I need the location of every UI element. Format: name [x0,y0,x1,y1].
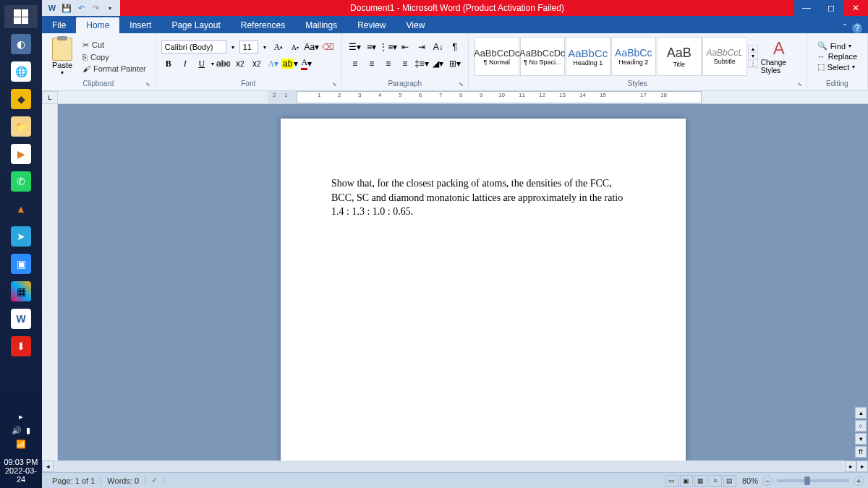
paste-button[interactable]: Paste ▾ [48,38,77,76]
scroll-right-icon[interactable]: ▸ [845,461,856,472]
taskbar-binance[interactable]: ◆ [4,87,38,111]
taskbar-word[interactable]: W [4,307,38,330]
replace-button[interactable]: ↔Replace [817,52,857,61]
style-title[interactable]: AaBTitle [657,37,702,76]
font-launcher[interactable]: ⬊ [332,81,337,87]
select-button[interactable]: ⬚Select▾ [817,62,857,72]
fullscreen-view[interactable]: ▣ [680,475,693,487]
maximize-button[interactable]: ◻ [819,0,843,16]
find-button[interactable]: 🔍Find▾ [817,41,857,51]
borders-button[interactable]: ⊞▾ [448,56,462,71]
tray[interactable]: ▸ [19,412,23,421]
taskbar-vlc[interactable]: ▲ [4,197,38,221]
minimize-ribbon-icon[interactable]: ˆ [843,23,846,33]
taskbar-app[interactable]: ▦ [4,280,38,303]
text-effects-button[interactable]: A▾ [266,56,281,71]
zoom-level[interactable]: 80% [742,476,758,485]
draft-view[interactable]: ▤ [723,475,736,487]
split-icon[interactable]: ▸ [856,461,868,472]
network-icon[interactable]: 📶 [16,440,26,449]
align-left-button[interactable]: ≡ [348,56,362,71]
clock-time[interactable]: 09:03 PM [1,458,41,466]
web-layout-view[interactable]: ▦ [694,475,707,487]
taskbar-chrome[interactable]: 🌐 [4,60,38,83]
page-indicator[interactable]: Page: 1 of 1 [46,476,101,485]
decrease-indent-button[interactable]: ⇤ [398,40,412,54]
scroll-up-icon[interactable]: ▴ [855,407,867,419]
grow-font-button[interactable]: A▴ [271,40,286,54]
bold-button[interactable]: B [161,56,176,71]
align-center-button[interactable]: ≡ [365,56,379,71]
style-normal[interactable]: AaBbCcDc¶ Normal [475,37,519,76]
browse-object-icon[interactable]: ○ [855,420,867,432]
tab-selector[interactable]: L [42,91,58,104]
justify-button[interactable]: ≡ [398,56,412,71]
change-styles-button[interactable]: A Change Styles [761,38,797,74]
page[interactable]: Show that, for the closest packing of at… [281,119,686,461]
superscript-button[interactable]: x2 [250,56,264,71]
clock-date[interactable]: 2022-03-24 [1,466,41,484]
paragraph-launcher[interactable]: ⬊ [459,81,464,87]
clipboard-launcher[interactable]: ⬊ [145,81,150,87]
horizontal-scrollbar[interactable]: ◂ ▸ ▸ [42,461,868,472]
style-heading2[interactable]: AaBbCcHeading 2 [611,37,656,76]
scroll-down-icon[interactable]: ▾ [855,433,867,445]
undo-icon[interactable]: ↶ [75,2,87,14]
tab-insert[interactable]: Insert [119,17,161,33]
battery-icon[interactable]: ▮ [26,426,30,435]
redo-icon[interactable]: ↷ [90,2,101,14]
tab-references[interactable]: References [231,17,295,33]
help-icon[interactable]: ? [852,23,862,33]
style-no-spacing[interactable]: AaBbCcDc¶ No Spaci... [520,37,565,76]
font-name-dropdown[interactable]: ▾ [229,40,237,54]
taskbar-whatsapp[interactable]: ✆ [4,170,38,193]
taskbar-zoom[interactable]: ▣ [4,252,38,275]
font-color-button[interactable]: A▾ [299,56,314,71]
ruler-horizontal[interactable]: L 21 1234567891011121314151718 [58,91,868,104]
tab-review[interactable]: Review [347,17,396,33]
change-case-button[interactable]: Aa▾ [305,40,319,54]
page-up-icon[interactable]: ⇈ [855,446,867,458]
show-marks-button[interactable]: ¶ [448,40,462,54]
strikethrough-button[interactable]: abc [216,56,231,71]
tab-home[interactable]: Home [76,17,119,33]
underline-button[interactable]: U [195,56,209,71]
outline-view[interactable]: ≡ [709,475,722,487]
taskbar-acrobat[interactable]: ⬇ [4,335,38,358]
shading-button[interactable]: ◢▾ [431,56,446,71]
taskbar-telegram[interactable]: ➤ [4,225,38,248]
taskbar-cortana[interactable]: ◐ [4,33,38,56]
line-spacing-button[interactable]: ‡≡▾ [414,56,429,71]
word-count[interactable]: Words: 0 [101,476,145,485]
tab-view[interactable]: View [396,17,435,33]
numbering-button[interactable]: ≡▾ [365,40,379,54]
zoom-slider[interactable] [777,479,849,482]
sort-button[interactable]: A↓ [431,40,446,54]
print-layout-view[interactable]: ▭ [665,475,678,487]
start-button[interactable] [4,5,38,28]
minimize-button[interactable]: — [794,0,819,16]
increase-indent-button[interactable]: ⇥ [414,40,429,54]
align-right-button[interactable]: ≡ [381,56,396,71]
scroll-left-icon[interactable]: ◂ [42,461,54,472]
highlight-button[interactable]: ab▾ [283,56,297,71]
subscript-button[interactable]: x2 [233,56,247,71]
qat-dropdown-icon[interactable]: ▾ [104,2,116,14]
format-painter-button[interactable]: 🖌Format Painter [80,64,149,74]
clear-formatting-button[interactable]: ⌫ [321,40,336,54]
save-icon[interactable]: 💾 [61,2,72,14]
document-scroll[interactable]: Show that, for the closest packing of at… [58,104,868,461]
font-size-dropdown[interactable]: ▾ [260,40,269,54]
tab-mailings[interactable]: Mailings [295,17,347,33]
tab-page-layout[interactable]: Page Layout [161,17,230,33]
styles-launcher[interactable]: ⬊ [797,81,802,87]
document-body[interactable]: Show that, for the closest packing of at… [331,176,635,219]
cut-button[interactable]: ✂Cut [80,40,149,51]
ruler-vertical[interactable] [42,104,58,461]
volume-icon[interactable]: 🔊 [12,426,22,435]
copy-button[interactable]: ⎘Copy [80,52,149,62]
close-button[interactable]: ✕ [843,0,868,16]
tab-file[interactable]: File [42,17,76,33]
zoom-in-button[interactable]: + [854,476,864,486]
proofing-button[interactable]: ✓ [145,476,164,485]
